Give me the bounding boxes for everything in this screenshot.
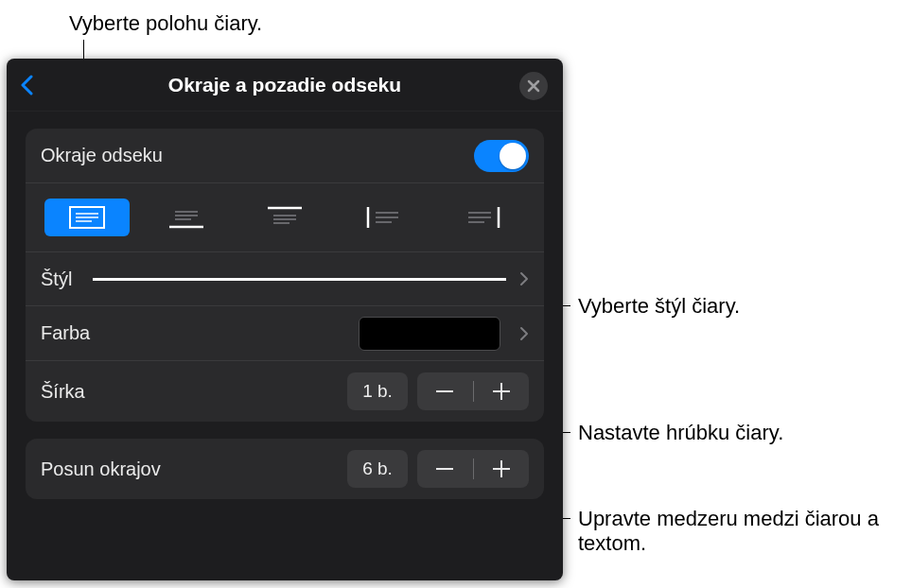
offset-label: Posun okrajov: [41, 458, 161, 480]
border-right-icon: [465, 206, 500, 229]
border-position-left[interactable]: [342, 199, 427, 236]
close-button[interactable]: [519, 72, 548, 100]
annotation-offset: Upravte medzeru medzi čiarou a textom.: [578, 507, 912, 556]
color-label: Farba: [41, 322, 90, 344]
border-position-row: [26, 183, 544, 251]
plus-icon: [493, 390, 510, 392]
width-stepper: [417, 372, 529, 410]
width-label: Šírka: [41, 381, 85, 403]
border-position-right[interactable]: [440, 199, 525, 236]
width-value[interactable]: 1 b.: [347, 372, 408, 410]
style-row[interactable]: Štýl: [26, 251, 544, 306]
paragraph-borders-toggle[interactable]: [474, 140, 529, 172]
panel-title: Okraje a pozadie odseku: [168, 74, 401, 96]
width-row: Šírka 1 b.: [26, 361, 544, 422]
style-preview: [93, 278, 506, 281]
annotation-style: Vyberte štýl čiary.: [578, 294, 740, 319]
minus-icon: [436, 468, 453, 470]
border-position-all[interactable]: [44, 199, 130, 236]
width-decrease-button[interactable]: [417, 372, 473, 410]
offset-row: Posun okrajov 6 b.: [26, 439, 544, 499]
back-button[interactable]: [20, 72, 43, 98]
border-left-icon: [366, 206, 402, 229]
plus-icon: [493, 468, 510, 470]
offset-value[interactable]: 6 b.: [347, 450, 408, 488]
color-swatch: [359, 317, 500, 351]
chevron-left-icon: [20, 75, 33, 95]
offset-decrease-button[interactable]: [417, 450, 473, 488]
paragraph-borders-label: Okraje odseku: [41, 145, 163, 166]
border-position-top[interactable]: [242, 199, 327, 236]
borders-background-panel: Okraje a pozadie odseku Okraje odseku: [7, 59, 563, 580]
chevron-right-icon: [519, 271, 529, 286]
style-label: Štýl: [41, 268, 72, 290]
offset-increase-button[interactable]: [474, 450, 530, 488]
chevron-right-icon: [519, 326, 529, 341]
border-top-icon: [267, 206, 303, 229]
borders-section: Okraje odseku: [26, 129, 544, 422]
offset-stepper: [417, 450, 529, 488]
border-position-bottom[interactable]: [144, 199, 229, 236]
panel-header: Okraje a pozadie odseku: [7, 59, 563, 112]
annotation-position: Vyberte polohu čiary.: [69, 11, 262, 36]
close-icon: [527, 79, 540, 93]
minus-icon: [436, 390, 453, 392]
annotation-width: Nastavte hrúbku čiary.: [578, 421, 783, 445]
color-row[interactable]: Farba: [26, 306, 544, 361]
border-all-icon: [69, 206, 105, 229]
offset-section: Posun okrajov 6 b.: [26, 439, 544, 499]
border-bottom-icon: [168, 206, 204, 229]
paragraph-borders-row: Okraje odseku: [26, 129, 544, 183]
width-increase-button[interactable]: [474, 372, 530, 410]
toggle-knob: [500, 143, 526, 169]
